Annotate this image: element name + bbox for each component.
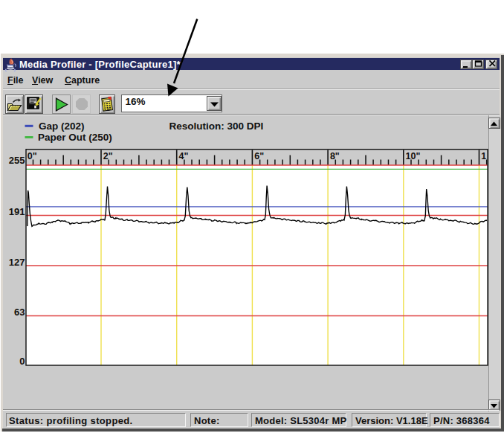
svg-text:Resolution: 300 DPI: Resolution: 300 DPI xyxy=(169,121,264,132)
svg-text:0": 0" xyxy=(28,151,37,161)
svg-text:Paper Out (250): Paper Out (250) xyxy=(38,132,112,143)
svg-text:1: 1 xyxy=(481,151,486,161)
svg-text:10": 10" xyxy=(406,151,421,161)
svg-text:6": 6" xyxy=(254,151,264,161)
svg-text:Gap (202): Gap (202) xyxy=(39,121,85,132)
svg-text:2": 2" xyxy=(103,151,113,161)
svg-text:8": 8" xyxy=(330,151,340,161)
svg-text:127: 127 xyxy=(9,257,25,268)
svg-text:4": 4" xyxy=(179,151,189,161)
svg-text:63: 63 xyxy=(14,307,25,318)
svg-text:255: 255 xyxy=(9,155,25,166)
svg-text:191: 191 xyxy=(9,206,25,217)
svg-text:0: 0 xyxy=(19,356,25,367)
